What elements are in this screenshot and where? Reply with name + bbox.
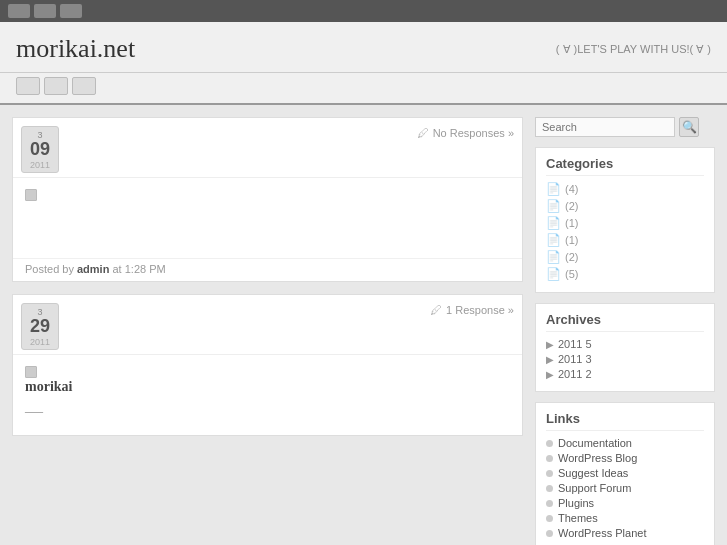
post-1-footer: Posted by admin at 1:28 PM	[13, 258, 522, 281]
post-1-responses[interactable]: No Responses »	[433, 127, 514, 139]
cat-count-6[interactable]: (5)	[565, 268, 578, 280]
link-2[interactable]: WordPress Blog	[558, 452, 637, 464]
post-1-body	[13, 178, 522, 258]
link-dot-5	[546, 500, 553, 507]
archive-label-1[interactable]: 2011 5	[558, 338, 592, 350]
archive-label-2[interactable]: 2011 3	[558, 353, 592, 365]
archive-item-1: ▶ 2011 5	[546, 338, 704, 350]
cat-item-6: 📄 (5)	[546, 267, 704, 281]
link-item-6: Themes	[546, 512, 704, 524]
cat-count-5[interactable]: (2)	[565, 251, 578, 263]
post-2-year: 2011	[28, 337, 52, 347]
link-6[interactable]: Themes	[558, 512, 598, 524]
site-title: morikai.net	[16, 34, 135, 64]
post-2-dash: —	[25, 401, 510, 422]
cat-icon-3: 📄	[546, 216, 561, 230]
link-7[interactable]: WordPress Planet	[558, 527, 646, 539]
post-1-day: 09	[28, 140, 52, 160]
main-layout: 3 09 2011 🖊 No Responses » Posted by adm…	[0, 105, 727, 545]
cat-icon-4: 📄	[546, 233, 561, 247]
content-area: 3 09 2011 🖊 No Responses » Posted by adm…	[12, 117, 523, 545]
post-1-meta: 🖊 No Responses »	[417, 126, 514, 140]
cat-item-1: 📄 (4)	[546, 182, 704, 196]
link-item-5: Plugins	[546, 497, 704, 509]
link-5[interactable]: Plugins	[558, 497, 594, 509]
top-bar	[0, 0, 727, 22]
link-dot-7	[546, 530, 553, 537]
categories-title: Categories	[546, 156, 704, 176]
post-2-responses[interactable]: 1 Response »	[446, 304, 514, 316]
post-2-date: 3 29 2011	[21, 303, 59, 350]
archive-item-3: ▶ 2011 2	[546, 368, 704, 380]
search-widget: 🔍	[535, 117, 715, 137]
archive-icon-1: ▶	[546, 339, 554, 350]
link-item-7: WordPress Planet	[546, 527, 704, 539]
link-item-2: WordPress Blog	[546, 452, 704, 464]
cat-item-4: 📄 (1)	[546, 233, 704, 247]
cat-icon-5: 📄	[546, 250, 561, 264]
cat-icon-2: 📄	[546, 199, 561, 213]
post-1-edit-icon[interactable]	[25, 189, 37, 201]
top-bar-btn-1	[8, 4, 30, 18]
post-2-meta: 🖊 1 Response »	[430, 303, 514, 317]
post-2-title[interactable]: morikai	[25, 379, 510, 395]
link-dot-3	[546, 470, 553, 477]
nav-bar	[0, 73, 727, 105]
site-tagline: ( ∀ )LET'S PLAY WITH US!( ∀ )	[556, 43, 711, 56]
nav-btn-1[interactable]	[16, 77, 40, 95]
link-dot-4	[546, 485, 553, 492]
post-1: 3 09 2011 🖊 No Responses » Posted by adm…	[12, 117, 523, 282]
cat-item-3: 📄 (1)	[546, 216, 704, 230]
archive-item-2: ▶ 2011 3	[546, 353, 704, 365]
link-item-3: Suggest Ideas	[546, 467, 704, 479]
cat-item-5: 📄 (2)	[546, 250, 704, 264]
archive-icon-2: ▶	[546, 354, 554, 365]
links-title: Links	[546, 411, 704, 431]
post-1-year: 2011	[28, 160, 52, 170]
top-bar-btn-2	[34, 4, 56, 18]
sidebar: 🔍 Categories 📄 (4) 📄 (2) 📄 (1) 📄 (1) �	[535, 117, 715, 545]
nav-btn-3[interactable]	[72, 77, 96, 95]
categories-widget: Categories 📄 (4) 📄 (2) 📄 (1) 📄 (1) 📄 (2)	[535, 147, 715, 293]
cat-icon-6: 📄	[546, 267, 561, 281]
post-1-author[interactable]: admin	[77, 263, 109, 275]
post-1-date: 3 09 2011	[21, 126, 59, 173]
post-1-header: 3 09 2011 🖊 No Responses »	[13, 118, 522, 178]
link-dot-2	[546, 455, 553, 462]
search-button[interactable]: 🔍	[679, 117, 699, 137]
link-1[interactable]: Documentation	[558, 437, 632, 449]
links-widget: Links Documentation WordPress Blog Sugge…	[535, 402, 715, 545]
cat-item-2: 📄 (2)	[546, 199, 704, 213]
post-2: 3 29 2011 🖊 1 Response » morikai —	[12, 294, 523, 436]
archives-widget: Archives ▶ 2011 5 ▶ 2011 3 ▶ 2011 2	[535, 303, 715, 392]
link-item-1: Documentation	[546, 437, 704, 449]
archive-label-3[interactable]: 2011 2	[558, 368, 592, 380]
post-2-day: 29	[28, 317, 52, 337]
link-4[interactable]: Support Forum	[558, 482, 631, 494]
cat-icon-1: 📄	[546, 182, 561, 196]
comment-icon-1: 🖊	[417, 126, 429, 140]
post-2-edit-icon[interactable]	[25, 366, 37, 378]
cat-count-3[interactable]: (1)	[565, 217, 578, 229]
link-dot-6	[546, 515, 553, 522]
cat-count-4[interactable]: (1)	[565, 234, 578, 246]
cat-count-2[interactable]: (2)	[565, 200, 578, 212]
cat-count-1[interactable]: (4)	[565, 183, 578, 195]
post-1-at: at	[112, 263, 121, 275]
link-item-4: Support Forum	[546, 482, 704, 494]
top-bar-btn-3	[60, 4, 82, 18]
post-1-time: 1:28 PM	[125, 263, 166, 275]
search-input[interactable]	[535, 117, 675, 137]
post-2-body: morikai —	[13, 355, 522, 435]
link-3[interactable]: Suggest Ideas	[558, 467, 628, 479]
site-header: morikai.net ( ∀ )LET'S PLAY WITH US!( ∀ …	[0, 22, 727, 73]
link-dot-1	[546, 440, 553, 447]
nav-btn-2[interactable]	[44, 77, 68, 95]
post-2-header: 3 29 2011 🖊 1 Response »	[13, 295, 522, 355]
archive-icon-3: ▶	[546, 369, 554, 380]
comment-icon-2: 🖊	[430, 303, 442, 317]
archives-title: Archives	[546, 312, 704, 332]
post-1-posted-label: Posted by	[25, 263, 74, 275]
